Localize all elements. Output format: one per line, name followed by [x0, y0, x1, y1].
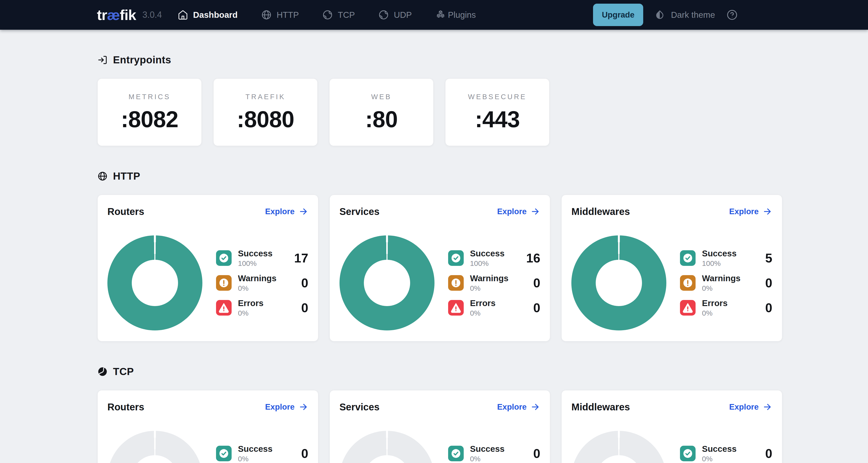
legend-label: Success: [702, 249, 737, 258]
legend-row-errors: Errors0% 0: [216, 298, 308, 317]
dashboard-main: Entrypoints METRICS :8082 TRAEFIK :8080 …: [97, 53, 782, 463]
nav-items: Dashboard HTTP TCP UDP Plugins: [178, 9, 476, 20]
status-donut-chart: [107, 431, 203, 463]
legend-row-errors: Errors0% 0: [680, 298, 772, 317]
entrypoint-port: :80: [365, 106, 398, 133]
legend-count: 0: [301, 446, 308, 461]
explore-link[interactable]: Explore: [729, 402, 772, 412]
login-arrow-icon: [97, 55, 107, 65]
top-navbar: træfik 3.0.4 Dashboard HTTP TCP UDP Plug…: [0, 0, 868, 30]
error-triangle-icon: [448, 300, 464, 316]
nav-item-udp[interactable]: UDP: [378, 9, 412, 20]
traefik-logo[interactable]: træfik: [97, 7, 136, 23]
entrypoint-port: :8080: [237, 106, 294, 133]
legend-percent: 0%: [702, 309, 727, 317]
success-check-icon: [216, 446, 231, 461]
legend-count: 0: [533, 446, 540, 461]
legend-label: Errors: [238, 298, 264, 308]
globe-icon: [261, 9, 272, 20]
status-legend: Success100% 5 Warnings0% 0 Errors0% 0: [680, 222, 772, 317]
section-title: HTTP: [113, 170, 140, 182]
legend-row-warnings: Warnings0% 0: [680, 273, 772, 292]
legend-label: Success: [702, 444, 737, 454]
legend-count: 0: [765, 446, 772, 461]
arrow-right-icon: [763, 402, 772, 412]
globe-icon: [97, 171, 107, 181]
explore-label: Explore: [497, 402, 527, 412]
entrypoints-header: Entrypoints: [97, 53, 782, 67]
legend-count: 0: [765, 276, 772, 290]
question-circle-icon: [726, 9, 738, 21]
tcp-cards-grid: Routers Explore Success0% 0: [97, 390, 782, 463]
help-button[interactable]: [726, 9, 738, 21]
legend-row-errors: Errors0% 0: [448, 298, 540, 317]
navbar-right: Upgrade Dark theme: [593, 4, 738, 26]
entrypoint-port: :443: [475, 106, 520, 133]
nav-item-dashboard[interactable]: Dashboard: [178, 9, 238, 20]
legend-row-success: Success0% 0: [216, 444, 308, 463]
entrypoint-card-metrics: METRICS :8082: [97, 79, 202, 146]
explore-link[interactable]: Explore: [497, 402, 540, 412]
http-middlewares-card: Middlewares Explore Success100% 5: [561, 195, 782, 341]
plugins-cubes-icon: [435, 9, 446, 20]
tcp-ball-icon: [322, 9, 333, 20]
legend-row-success: Success100% 5: [680, 249, 772, 267]
explore-link[interactable]: Explore: [265, 207, 308, 216]
arrow-right-icon: [299, 402, 308, 412]
legend-count: 17: [294, 251, 308, 265]
upgrade-button[interactable]: Upgrade: [593, 4, 643, 26]
status-legend: Success0% 0: [216, 417, 308, 463]
explore-link[interactable]: Explore: [497, 207, 540, 216]
explore-link[interactable]: Explore: [265, 402, 308, 412]
legend-label: Warnings: [470, 273, 508, 283]
arrow-right-icon: [530, 402, 540, 412]
tcp-header: TCP: [97, 365, 782, 378]
explore-link[interactable]: Explore: [729, 207, 772, 216]
legend-count: 0: [765, 300, 772, 315]
legend-row-success: Success0% 0: [448, 444, 540, 463]
status-legend: Success0% 0: [448, 417, 540, 463]
theme-toggle-label: Dark theme: [671, 10, 715, 20]
status-donut-chart: [571, 235, 666, 330]
entrypoint-card-web: WEB :80: [329, 79, 434, 146]
tcp-middlewares-card: Middlewares Explore Success0% 0: [561, 390, 782, 463]
nav-item-http[interactable]: HTTP: [261, 9, 299, 20]
logo-text: tr: [97, 7, 107, 23]
entrypoint-port: :8082: [121, 106, 178, 133]
nav-item-label: TCP: [338, 10, 355, 20]
legend-percent: 0%: [238, 284, 276, 292]
legend-percent: 0%: [470, 309, 496, 317]
nav-item-tcp[interactable]: TCP: [322, 9, 355, 20]
nav-item-plugins[interactable]: Plugins: [435, 9, 476, 20]
status-donut-chart: [340, 431, 434, 463]
arrow-right-icon: [299, 207, 308, 216]
legend-label: Warnings: [702, 273, 740, 283]
logo-text: fik: [120, 7, 136, 23]
entrypoints-section: Entrypoints METRICS :8082 TRAEFIK :8080 …: [97, 53, 782, 146]
legend-percent: 100%: [702, 259, 737, 267]
error-triangle-icon: [216, 300, 231, 316]
legend-percent: 0%: [702, 455, 737, 463]
legend-count: 0: [301, 276, 308, 290]
droplet-half-icon: [654, 9, 665, 20]
legend-percent: 0%: [470, 284, 508, 292]
tcp-services-card: Services Explore Success0% 0: [330, 390, 550, 463]
legend-row-success: Success100% 16: [448, 249, 540, 267]
tcp-routers-card: Routers Explore Success0% 0: [97, 390, 318, 463]
legend-row-warnings: Warnings0% 0: [448, 273, 540, 292]
card-title: Routers: [107, 402, 144, 412]
nav-item-label: HTTP: [277, 10, 299, 20]
success-check-icon: [448, 446, 464, 461]
legend-percent: 100%: [238, 259, 273, 267]
warning-exclamation-icon: [448, 275, 464, 291]
legend-percent: 0%: [238, 309, 264, 317]
http-section: HTTP Routers Explore Success100%: [97, 169, 782, 341]
theme-toggle[interactable]: Dark theme: [654, 9, 715, 20]
entrypoint-label: WEBSECURE: [468, 93, 527, 101]
legend-row-success: Success100% 17: [216, 249, 308, 267]
status-donut-chart: [340, 235, 434, 330]
udp-ball-icon: [378, 9, 389, 20]
status-donut-chart: [107, 235, 203, 330]
legend-percent: 100%: [470, 259, 505, 267]
legend-label: Errors: [702, 298, 727, 308]
